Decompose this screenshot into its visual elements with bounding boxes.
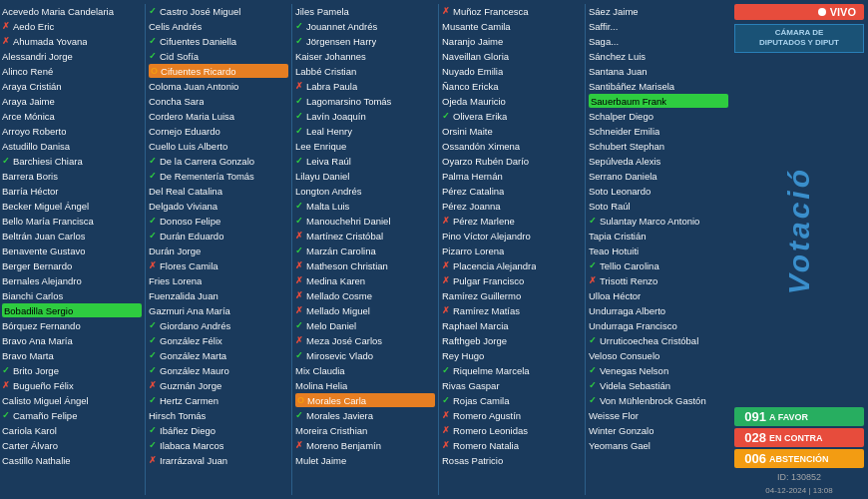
check-icon: ✓: [295, 111, 303, 121]
name-text: Castro José Miguel: [160, 6, 240, 17]
check-icon: ✓: [295, 201, 303, 211]
x-icon: ✗: [442, 425, 450, 435]
list-item: ✓Castro José Miguel: [149, 4, 288, 18]
name-text: Molina Helia: [295, 380, 347, 391]
name-text: Bugueño Félix: [13, 380, 74, 391]
name-text: Cuello Luis Alberto: [149, 141, 227, 152]
column-4: ✗Muñoz FrancescaMusante CamilaNaranjo Ja…: [442, 4, 582, 495]
name-text: Coloma Juan Antonio: [149, 81, 238, 92]
list-item: Moreira Cristhian: [295, 423, 435, 437]
name-text: Alessandri Jorge: [2, 51, 73, 62]
list-item: ✓Lavín Joaquín: [295, 109, 435, 123]
list-item: Alessandri Jorge: [2, 49, 142, 63]
list-item: Ossandón Ximena: [442, 139, 582, 153]
list-item: Naveillan Gloria: [442, 49, 582, 63]
name-text: Romero Agustín: [453, 410, 521, 421]
name-text: Benavente Gustavo: [2, 246, 85, 256]
list-item: Palma Hernán: [442, 169, 582, 183]
check-icon: ✓: [295, 216, 303, 226]
check-icon: ✓: [149, 395, 157, 405]
list-item: Schalper Diego: [589, 109, 728, 123]
name-text: Mirosevic Vlado: [306, 350, 373, 361]
vivo-label: VIVO: [830, 6, 856, 18]
name-text: Bianchi Carlos: [2, 290, 63, 301]
list-item: Sauerbaum Frank: [589, 94, 728, 108]
name-text: Tapia Cristián: [589, 231, 647, 242]
name-text: Concha Sara: [149, 96, 204, 107]
name-text: Gazmuri Ana María: [149, 305, 230, 316]
name-text: Weisse Flor: [589, 410, 639, 421]
x-icon: ✗: [442, 216, 450, 226]
list-item: Soto Raúl: [589, 199, 728, 213]
name-text: Carter Álvaro: [2, 440, 58, 451]
name-text: Martínez Cristóbal: [306, 231, 383, 242]
list-item: ✓Leal Henry: [295, 124, 435, 138]
x-icon: ✗: [442, 410, 450, 420]
list-item: Longton Andrés: [295, 184, 435, 198]
name-text: Mellado Miguel: [306, 305, 370, 316]
name-text: Nuyado Emilia: [442, 66, 503, 77]
name-text: Camaño Felipe: [13, 410, 77, 421]
name-text: Cordero Maria Luisa: [149, 111, 234, 122]
name-text: Arroyo Roberto: [2, 126, 66, 137]
column-1: Acevedo Maria Candelaria✗Aedo Eric✗Ahuma…: [2, 4, 142, 495]
list-item: Sáez Jaime: [589, 4, 728, 18]
session-date: 04-12-2024 | 13:08: [734, 486, 864, 495]
list-item: Pérez Joanna: [442, 199, 582, 213]
list-item: Bravo Marta: [2, 348, 142, 362]
name-text: Palma Hernán: [442, 171, 503, 182]
list-item: ✓Hertz Carmen: [149, 393, 288, 407]
list-item: Raphael Marcia: [442, 318, 582, 332]
name-text: Pérez Catalina: [442, 186, 504, 197]
name-text: Ojeda Mauricio: [442, 96, 506, 107]
check-icon: ✓: [149, 36, 157, 46]
list-item: ✓Malta Luis: [295, 199, 435, 213]
check-icon: ✓: [295, 21, 303, 31]
list-item: Winter Gonzalo: [589, 423, 728, 437]
x-icon: ✗: [2, 380, 10, 390]
name-text: Labra Paula: [306, 81, 357, 92]
favor-label: A FAVOR: [769, 412, 860, 422]
check-icon: ✓: [149, 335, 157, 345]
name-text: Barrera Boris: [2, 171, 58, 182]
name-text: Aedo Eric: [13, 21, 54, 32]
name-text: Cornejo Eduardo: [149, 126, 220, 137]
contra-count: 028: [738, 430, 766, 445]
list-item: Undurraga Alberto: [589, 303, 728, 317]
list-item: ✗Martínez Cristóbal: [295, 229, 435, 243]
list-item: Fries Lorena: [149, 273, 288, 287]
name-text: Olivera Erika: [453, 111, 507, 122]
name-text: Moreno Benjamín: [306, 440, 381, 451]
name-text: Urruticoechea Cristóbal: [600, 335, 698, 346]
name-text: De la Carrera Gonzalo: [160, 156, 254, 167]
x-icon: ✗: [295, 275, 303, 285]
camara-line1: CÁMARA DE: [738, 28, 860, 38]
x-icon: ✗: [149, 380, 157, 390]
list-item: ✓Morales Javiera: [295, 408, 435, 422]
name-text: Rivas Gaspar: [442, 380, 500, 391]
list-item: Araya Jaime: [2, 94, 142, 108]
list-item: ✓Venegas Nelson: [589, 363, 728, 377]
name-text: Rosas Patricio: [442, 455, 503, 466]
list-item: ✓Rojas Camila: [442, 393, 582, 407]
x-icon: ✗: [442, 440, 450, 450]
x-icon: ✗: [295, 335, 303, 345]
x-icon: ✗: [295, 290, 303, 300]
name-text: Teao Hotuiti: [589, 246, 639, 256]
name-text: Berger Bernardo: [2, 260, 72, 271]
list-item: Jiles Pamela: [295, 4, 435, 18]
name-text: Brito Jorge: [13, 365, 59, 376]
name-text: Yeomans Gael: [589, 440, 651, 451]
check-icon: ✓: [2, 410, 10, 420]
x-icon: ✗: [295, 231, 303, 241]
check-icon: ✓: [149, 320, 157, 330]
check-icon: ✓: [149, 6, 157, 16]
list-item: ✓Marzán Carolina: [295, 244, 435, 257]
name-text: Durán Eduardo: [160, 231, 223, 242]
name-text: Serrano Daniela: [589, 171, 657, 182]
list-item: Ñanco Ericka: [442, 79, 582, 93]
name-text: Matheson Christian: [306, 260, 388, 271]
main-container: Acevedo Maria Candelaria✗Aedo Eric✗Ahuma…: [0, 0, 868, 499]
name-text: Ilabaca Marcos: [160, 440, 223, 451]
list-item: Bobadilla Sergio: [2, 303, 142, 317]
